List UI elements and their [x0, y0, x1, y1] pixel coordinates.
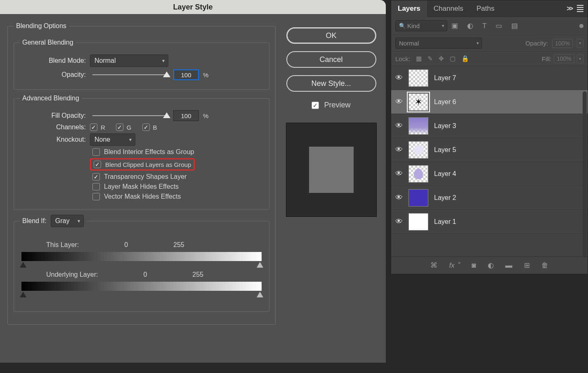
opacity-input[interactable] — [173, 69, 199, 80]
layer-thumbnail[interactable] — [409, 117, 428, 135]
layer-item[interactable]: 👁Layer 7 — [391, 66, 588, 90]
fill-opacity-input[interactable] — [173, 110, 199, 121]
mask-icon[interactable]: ◙ — [472, 261, 476, 270]
this-layer-gradient[interactable] — [21, 252, 262, 261]
trash-icon[interactable]: 🗑 — [541, 261, 548, 270]
type-filter-icon[interactable]: T — [482, 22, 486, 30]
smartobject-filter-icon[interactable]: ▤ — [511, 21, 518, 30]
preview-box — [286, 123, 377, 217]
slider-thumb-icon[interactable] — [163, 71, 170, 77]
panel-normal-value: Normal — [399, 40, 419, 47]
chevron-down-icon: ▾ — [442, 23, 444, 29]
adjustment-icon[interactable]: ◐ — [488, 261, 494, 270]
blend-clipped-checkbox[interactable] — [94, 161, 101, 168]
dialog-title: Layer Style — [0, 0, 386, 14]
opacity-chevron-icon[interactable]: ▾ — [577, 39, 583, 48]
channels-label: Channels: — [20, 124, 86, 131]
layer-item[interactable]: 👁Layer 3 — [391, 114, 588, 138]
filter-toggle-icon[interactable] — [579, 24, 583, 28]
fill-chevron-icon[interactable]: ▾ — [577, 55, 583, 63]
layer-mask-label: Layer Mask Hides Effects — [104, 183, 179, 190]
layer-name: Layer 2 — [434, 194, 456, 202]
tab-layers[interactable]: Layers — [391, 0, 427, 17]
link-layers-icon[interactable]: ⌘ — [430, 261, 437, 270]
panel-menu-icon[interactable] — [577, 5, 583, 12]
this-layer-label: This Layer: — [46, 241, 79, 249]
image-filter-icon[interactable]: ▣ — [451, 21, 458, 30]
panel-opacity-input[interactable]: 100% — [552, 39, 573, 48]
panel-fill-input[interactable]: 100% — [554, 54, 574, 63]
blending-options-group: Blending Options General Blending Blend … — [7, 22, 276, 325]
layer-thumbnail[interactable] — [409, 141, 428, 159]
blend-if-select[interactable]: Gray ▾ — [51, 215, 84, 227]
visibility-icon[interactable]: 👁 — [395, 217, 403, 226]
opacity-slider[interactable] — [92, 74, 167, 75]
blend-if-value: Gray — [55, 217, 70, 225]
knockout-select[interactable]: None ▾ — [90, 133, 135, 146]
transparency-shapes-checkbox[interactable] — [92, 173, 100, 181]
shape-filter-icon[interactable]: ▭ — [496, 21, 502, 30]
adjustment-filter-icon[interactable]: ◐ — [467, 21, 473, 30]
fx-icon[interactable]: fx ˅ — [449, 261, 460, 270]
group-icon[interactable]: ▬ — [505, 261, 512, 270]
channel-b-checkbox[interactable] — [142, 124, 150, 131]
channel-g-checkbox[interactable] — [116, 124, 123, 131]
layer-item[interactable]: 👁Layer 2 — [391, 186, 588, 210]
lock-all-icon[interactable]: 🔒 — [461, 55, 469, 62]
vector-mask-checkbox[interactable] — [92, 193, 100, 200]
lock-position-icon[interactable]: ✥ — [439, 55, 444, 62]
kind-filter-select[interactable]: 🔍 Kind ▾ — [395, 20, 447, 31]
panel-scrollbar[interactable] — [583, 91, 587, 257]
advanced-blending-group: Advanced Blending Fill Opacity: % Channe… — [14, 95, 269, 210]
blend-mode-panel-select[interactable]: Normal ▾ — [395, 38, 482, 49]
blend-mode-select[interactable]: Normal ▾ — [90, 55, 168, 67]
fill-opacity-slider[interactable] — [92, 115, 167, 116]
visibility-icon[interactable]: 👁 — [395, 121, 403, 130]
gradient-handle-white[interactable] — [257, 292, 263, 297]
ok-button[interactable]: OK — [286, 27, 376, 44]
collapse-icon[interactable]: >> — [567, 5, 572, 12]
lock-brush-icon[interactable]: ✎ — [427, 55, 433, 62]
layer-thumbnail[interactable]: ✶ — [409, 93, 428, 111]
gradient-handle-white[interactable] — [257, 262, 263, 268]
visibility-icon[interactable]: 👁 — [395, 74, 403, 82]
gradient-handle-black[interactable] — [20, 292, 26, 297]
layer-thumbnail[interactable] — [409, 213, 428, 230]
layer-item[interactable]: 👁✶Layer 6 — [391, 90, 588, 114]
layer-name: Layer 1 — [434, 218, 456, 226]
underlying-gradient[interactable] — [21, 282, 262, 291]
blend-clipped-highlight: Blend Clipped Layers as Group — [90, 158, 195, 171]
chevron-down-icon: ▾ — [477, 40, 479, 46]
layer-thumbnail[interactable] — [409, 69, 428, 87]
channel-b-label: B — [153, 124, 157, 131]
layer-mask-checkbox[interactable] — [92, 183, 100, 190]
tab-paths[interactable]: Paths — [470, 0, 501, 17]
preview-checkbox[interactable] — [312, 102, 319, 109]
search-icon: 🔍 — [399, 23, 406, 29]
layer-item[interactable]: 👁Layer 4 — [391, 162, 588, 186]
layer-item[interactable]: 👁Layer 1 — [391, 210, 588, 234]
visibility-icon[interactable]: 👁 — [395, 193, 403, 202]
underlying-low: 0 — [143, 271, 147, 278]
slider-thumb-icon[interactable] — [163, 112, 170, 118]
tab-channels[interactable]: Channels — [427, 0, 470, 17]
cancel-button[interactable]: Cancel — [286, 51, 376, 68]
blend-clipped-label: Blend Clipped Layers as Group — [105, 161, 191, 168]
visibility-icon[interactable]: 👁 — [395, 169, 403, 178]
layer-thumbnail[interactable] — [409, 189, 428, 207]
new-layer-icon[interactable]: ⊞ — [524, 261, 530, 270]
lock-transparency-icon[interactable]: ▦ — [416, 55, 422, 62]
layer-thumbnail[interactable] — [409, 165, 428, 183]
opacity-unit: % — [203, 71, 208, 78]
layer-item[interactable]: 👁Layer 5 — [391, 138, 588, 162]
fill-opacity-unit: % — [203, 112, 208, 119]
gradient-handle-black[interactable] — [20, 262, 26, 268]
lock-artboard-icon[interactable]: ▢ — [450, 55, 456, 62]
blend-interior-label: Blend Interior Effects as Group — [104, 148, 194, 156]
blend-interior-checkbox[interactable] — [92, 148, 100, 156]
new-style-button[interactable]: New Style... — [286, 75, 376, 92]
visibility-icon[interactable]: 👁 — [395, 97, 403, 106]
channel-r-checkbox[interactable] — [90, 124, 97, 131]
visibility-icon[interactable]: 👁 — [395, 145, 403, 154]
transparency-shapes-label: Transparency Shapes Layer — [104, 173, 187, 181]
